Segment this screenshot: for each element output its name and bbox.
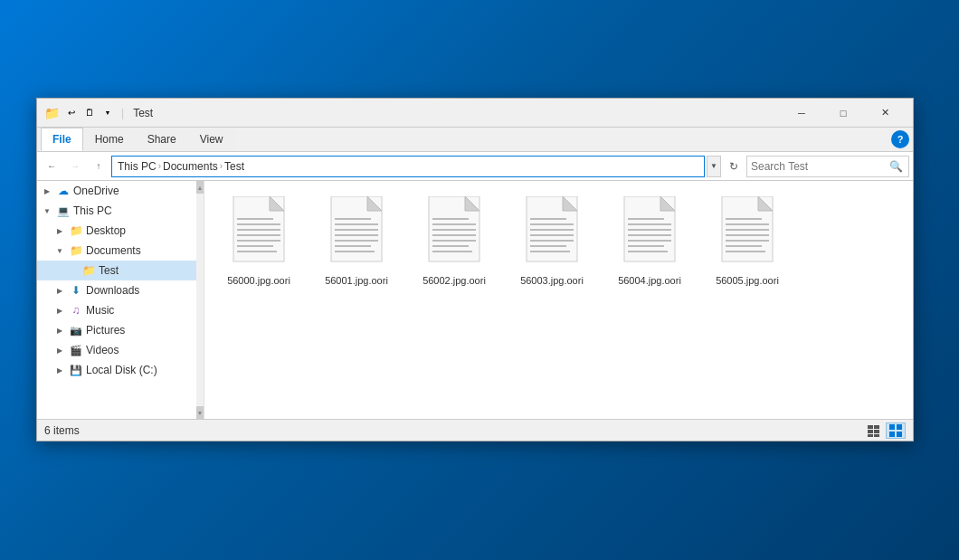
path-sep-2: › [220, 161, 223, 171]
ribbon: File Home Share View ? [37, 128, 913, 152]
svg-rect-6 [237, 240, 280, 242]
file-item[interactable]: 56003.jpg.oori [507, 190, 597, 292]
sidebar-label-test: Test [99, 264, 119, 277]
svg-rect-8 [237, 251, 277, 252]
file-icon [523, 196, 581, 271]
maximize-button[interactable]: □ [822, 99, 864, 128]
tab-file[interactable]: File [41, 128, 83, 151]
tab-share[interactable]: Share [136, 128, 188, 151]
sidebar-scrollbar[interactable]: ▲ ▼ [196, 181, 204, 419]
file-item[interactable]: 56001.jpg.oori [311, 190, 402, 292]
svg-rect-14 [335, 234, 378, 236]
svg-rect-23 [432, 234, 476, 236]
sidebar: ▶ ☁ OneDrive ▼ 💻 This PC ▶ 📁 Desktop ▼ 📁… [37, 181, 204, 419]
videos-icon: 🎬 [69, 343, 83, 357]
large-icon-view-button[interactable] [886, 422, 906, 439]
search-button[interactable]: 🔍 [887, 157, 905, 176]
quick-access-toolbar: 📁 ↩ 🗒 ▼ | [44, 105, 128, 121]
downloads-icon: ⬇ [69, 283, 83, 298]
svg-rect-2 [237, 218, 273, 220]
window-controls: ─ □ ✕ [781, 99, 906, 128]
svg-rect-54 [868, 425, 873, 429]
address-path[interactable]: This PC › Documents › Test [111, 156, 705, 177]
expand-desktop-icon: ▶ [53, 224, 66, 237]
svg-rect-58 [868, 434, 873, 437]
list-view-button[interactable] [864, 422, 884, 439]
sidebar-label-onedrive: OneDrive [73, 185, 119, 197]
svg-rect-56 [868, 430, 873, 433]
search-input[interactable] [751, 160, 887, 173]
help-button[interactable]: ? [891, 130, 909, 148]
svg-rect-55 [874, 425, 879, 429]
sidebar-item-test[interactable]: 📁 Test [37, 261, 204, 280]
svg-rect-51 [726, 240, 769, 242]
svg-rect-26 [432, 251, 472, 252]
svg-rect-5 [237, 234, 280, 236]
svg-rect-25 [432, 245, 469, 247]
scrollbar-up-btn[interactable]: ▲ [196, 181, 204, 194]
sidebar-item-onedrive[interactable]: ▶ ☁ OneDrive [37, 181, 204, 201]
expand-pictures-icon: ▶ [53, 324, 66, 337]
path-documents: Documents [163, 160, 218, 173]
svg-rect-11 [335, 218, 371, 220]
sidebar-label-localdisk: Local Disk (C:) [86, 364, 157, 376]
sidebar-item-documents[interactable]: ▼ 📁 Documents [37, 241, 204, 261]
path-thispc: This PC [118, 160, 157, 173]
svg-rect-42 [628, 240, 671, 242]
svg-rect-24 [432, 240, 476, 242]
svg-rect-57 [874, 430, 879, 433]
sidebar-label-pictures: Pictures [86, 324, 125, 337]
window-title: Test [128, 107, 781, 119]
file-item[interactable]: 56002.jpg.oori [409, 190, 499, 292]
file-item[interactable]: 56000.jpg.oori [214, 190, 304, 292]
sidebar-item-localdisk[interactable]: ▶ 💾 Local Disk (C:) [37, 360, 204, 380]
svg-rect-38 [628, 218, 664, 220]
quick-access-dropdown-btn[interactable]: ▼ [100, 105, 116, 121]
close-button[interactable]: ✕ [864, 99, 906, 128]
expand-music-icon: ▶ [53, 304, 66, 317]
expand-downloads-icon: ▶ [53, 284, 66, 297]
thispc-icon: 💻 [56, 204, 71, 218]
file-name: 56005.jpg.oori [716, 275, 779, 286]
sidebar-label-downloads: Downloads [86, 284, 139, 297]
file-item[interactable]: 56005.jpg.oori [702, 190, 793, 292]
sidebar-label-videos: Videos [86, 344, 119, 356]
svg-rect-61 [897, 424, 902, 430]
scrollbar-down-btn[interactable]: ▼ [196, 406, 204, 419]
sidebar-item-pictures[interactable]: ▶ 📷 Pictures [37, 320, 204, 340]
expand-localdisk-icon: ▶ [53, 364, 66, 376]
tab-view[interactable]: View [188, 128, 235, 151]
documents-icon: 📁 [69, 243, 83, 258]
path-sep-1: › [158, 161, 161, 171]
main-content: ▶ ☁ OneDrive ▼ 💻 This PC ▶ 📁 Desktop ▼ 📁… [37, 181, 913, 419]
svg-rect-44 [628, 251, 668, 252]
sidebar-item-desktop[interactable]: ▶ 📁 Desktop [37, 221, 204, 241]
quick-access-properties-btn[interactable]: 🗒 [81, 105, 98, 121]
sidebar-item-thispc[interactable]: ▼ 💻 This PC [37, 201, 204, 221]
tab-home[interactable]: Home [83, 128, 136, 151]
path-test: Test [224, 160, 244, 173]
address-dropdown-btn[interactable]: ▼ [707, 156, 721, 177]
file-item[interactable]: 56004.jpg.oori [604, 190, 695, 292]
expand-documents-icon: ▼ [53, 244, 66, 257]
svg-rect-34 [530, 245, 566, 247]
up-button[interactable]: ↑ [88, 156, 109, 177]
minimize-button[interactable]: ─ [781, 99, 822, 128]
forward-button[interactable]: → [64, 156, 86, 177]
ribbon-tab-bar: File Home Share View ? [37, 128, 913, 151]
file-icon [230, 196, 288, 271]
file-icon [328, 196, 385, 271]
svg-rect-41 [628, 234, 671, 236]
svg-rect-3 [237, 223, 280, 225]
sidebar-item-music[interactable]: ▶ ♫ Music [37, 300, 204, 320]
sidebar-item-videos[interactable]: ▶ 🎬 Videos [37, 340, 204, 360]
back-button[interactable]: ← [41, 156, 62, 177]
refresh-button[interactable]: ↻ [723, 156, 745, 177]
svg-rect-40 [628, 229, 671, 231]
sidebar-item-downloads[interactable]: ▶ ⬇ Downloads [37, 280, 204, 300]
status-bar: 6 items [37, 419, 913, 441]
search-box: 🔍 [746, 156, 909, 177]
quick-access-undo-btn[interactable]: ↩ [63, 105, 80, 121]
file-name: 56004.jpg.oori [618, 275, 681, 286]
address-bar: ← → ↑ This PC › Documents › Test ▼ ↻ 🔍 [37, 152, 913, 181]
